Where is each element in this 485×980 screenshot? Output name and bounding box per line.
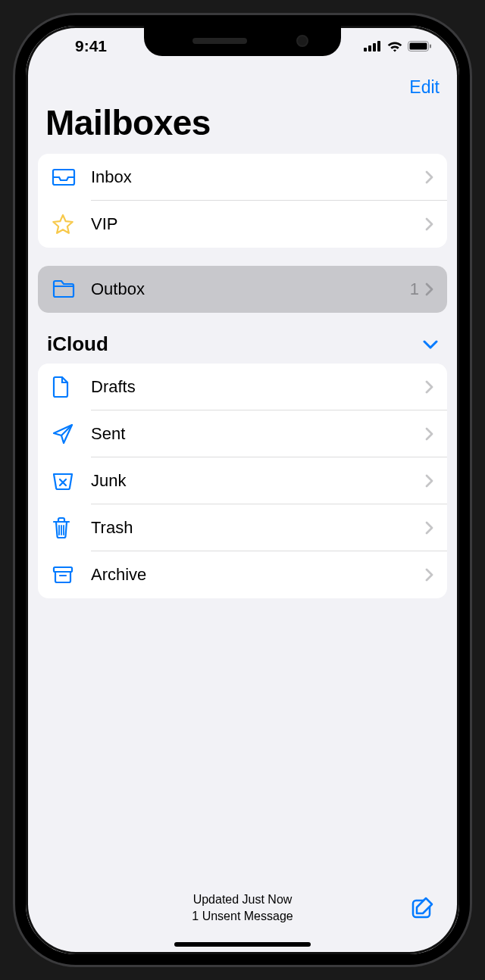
svg-rect-1 (368, 45, 371, 51)
document-icon (52, 374, 82, 400)
chevron-right-icon (425, 217, 433, 231)
mailbox-row-drafts[interactable]: Drafts (38, 364, 447, 410)
mailbox-label: Inbox (91, 167, 425, 187)
trash-icon (52, 515, 82, 541)
svg-rect-7 (54, 567, 72, 572)
mailbox-label: VIP (91, 214, 425, 234)
mailboxes-top-group: Inbox VIP (38, 154, 447, 248)
toolbar-status: Updated Just Now 1 Unsent Message (45, 891, 440, 924)
archive-icon (52, 562, 82, 588)
chevron-right-icon (425, 568, 433, 582)
mailbox-row-outbox[interactable]: Outbox 1 (38, 266, 447, 313)
svg-rect-0 (364, 48, 367, 51)
mailbox-count: 1 (410, 279, 419, 299)
chevron-right-icon (425, 474, 433, 488)
inbox-icon (52, 164, 82, 190)
outbox-group: Outbox 1 (38, 266, 447, 313)
icloud-group: Drafts Sent Junk (38, 364, 447, 598)
chevron-right-icon (425, 170, 433, 184)
mailbox-label: Drafts (91, 377, 425, 397)
mailbox-label: Junk (91, 471, 425, 491)
mailbox-row-archive[interactable]: Archive (38, 551, 447, 598)
cellular-signal-icon (364, 41, 382, 51)
junk-icon (52, 468, 82, 494)
mailbox-label: Trash (91, 518, 425, 538)
battery-icon (408, 41, 432, 51)
chevron-down-icon (423, 340, 438, 349)
chevron-right-icon (425, 427, 433, 441)
mailbox-row-sent[interactable]: Sent (38, 410, 447, 457)
svg-rect-2 (373, 43, 376, 51)
chevron-right-icon (425, 521, 433, 535)
status-time: 9:41 (53, 37, 129, 55)
svg-rect-3 (377, 41, 380, 51)
mailbox-label: Archive (91, 565, 425, 585)
wifi-icon (386, 40, 403, 52)
mailbox-label: Sent (91, 424, 425, 444)
status-line-2: 1 Unsent Message (45, 908, 440, 925)
paperplane-icon (52, 421, 82, 447)
mailbox-row-junk[interactable]: Junk (38, 457, 447, 504)
edit-button[interactable]: Edit (409, 77, 440, 98)
mailbox-row-inbox[interactable]: Inbox (38, 154, 447, 201)
star-icon (52, 211, 82, 237)
account-section-header[interactable]: iCloud (26, 328, 459, 364)
navigation-bar: Edit (26, 67, 459, 98)
folder-icon (52, 276, 82, 302)
account-name: iCloud (47, 332, 108, 356)
chevron-right-icon (425, 380, 433, 394)
svg-rect-5 (410, 43, 427, 50)
page-title: Mailboxes (26, 98, 459, 154)
home-indicator[interactable] (174, 942, 311, 947)
mailbox-row-trash[interactable]: Trash (38, 504, 447, 551)
chevron-right-icon (425, 282, 433, 296)
mailbox-label: Outbox (91, 279, 410, 299)
svg-rect-6 (430, 45, 431, 48)
status-line-1: Updated Just Now (45, 891, 440, 908)
mailbox-row-vip[interactable]: VIP (38, 201, 447, 248)
compose-button[interactable] (409, 894, 438, 922)
